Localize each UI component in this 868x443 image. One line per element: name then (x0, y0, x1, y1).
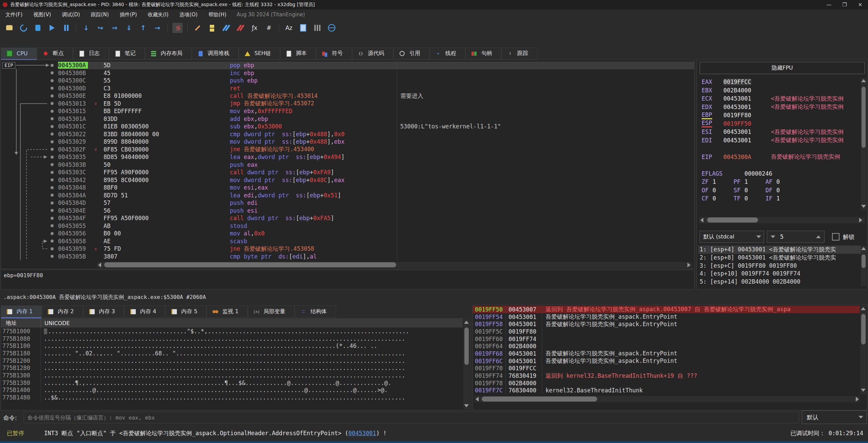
stack-vscroll-thumb[interactable] (861, 314, 866, 344)
disasm-row[interactable]: 0045300DC3ret (1, 85, 694, 92)
script-doc-icon[interactable] (298, 23, 308, 33)
memory-row[interactable]: 775B1000................................… (1, 327, 463, 335)
menu-item-选项(O)[interactable]: 选项(O) (174, 10, 203, 19)
disasm-row[interactable]: 0045300EE8 01000000call 吾爱破解论坛学习.453014需… (1, 92, 694, 100)
register-row[interactable]: EBP0019FF80 (697, 111, 860, 120)
memory-row[interactable]: 775B1280................................… (1, 364, 463, 372)
call-argument-row[interactable]: 4: [esp+10] 0019FF74 0019FF74 (698, 270, 861, 278)
stack-row[interactable]: 0019FF64002B4000 (473, 342, 860, 350)
stack-pane[interactable]: 0019FF5000453007返回到 吾爱破解论坛学习脱壳实例_aspack.… (473, 305, 867, 410)
tab-线程[interactable]: »线程 (429, 48, 465, 59)
default-dropdown[interactable]: 默认 (802, 410, 867, 424)
memory-row[interactable]: 775B1300................................… (1, 372, 463, 379)
menu-item-插件(P)[interactable]: 插件(P) (114, 10, 143, 19)
breakpoint-dot[interactable] (51, 255, 58, 258)
breakpoint-dot[interactable] (51, 140, 58, 143)
disassembly-pane[interactable]: EIP 0045300A5Dpop ebp0045300B45inc ebp00… (1, 60, 695, 269)
breakpoint-dot[interactable] (51, 71, 58, 74)
memory-row[interactable]: 775B1100................................… (1, 342, 463, 350)
minimize-button[interactable]: — (821, 0, 837, 10)
register-row[interactable] (697, 161, 860, 170)
regs-hscroll-thumb[interactable] (707, 217, 758, 223)
menu-item-文件(F)[interactable]: 文件(F) (0, 10, 28, 19)
spinner-up-icon[interactable] (816, 235, 821, 238)
disasm-hscroll-thumb[interactable] (104, 262, 396, 267)
disasm-row[interactable]: 004530428985 8C040000mov dword ptr ss:[e… (1, 176, 694, 184)
disasm-row[interactable]: 0045300C55push ebp (1, 77, 694, 85)
step-into-icon[interactable]: ↓ (81, 23, 91, 33)
spinner-down-icon[interactable] (771, 235, 775, 238)
disasm-row[interactable]: 00453058AEscasb (1, 237, 694, 245)
tab-内存布局[interactable]: 内存布局 (145, 48, 192, 59)
argument-count-spinner[interactable]: 5 (767, 231, 825, 243)
disasm-row[interactable]: 00453056B0 00mov al,0x0 (1, 230, 694, 237)
breakpoint-dot[interactable] (51, 171, 58, 174)
tab-脚本[interactable]: 脚本 (280, 48, 316, 59)
step-over-icon[interactable]: ↪ (95, 23, 106, 33)
stack-row[interactable]: 0019FF5C0019FF80 (473, 328, 860, 335)
breakpoint-dot[interactable] (51, 194, 58, 197)
memory-row[interactable]: 775B1180........ "..02..,... "..........… (1, 350, 463, 357)
tab-调用堆栈[interactable]: 调用堆栈 (192, 48, 239, 59)
disasm-row[interactable]: 00453015BB EDFFFFFFmov ebx,0xFFFFFFED (1, 107, 694, 115)
memory-vscroll-thumb[interactable] (464, 327, 469, 365)
memory-regions-icon[interactable] (221, 23, 231, 33)
breakpoint-dot[interactable] (51, 94, 58, 98)
stack-hscroll-thumb[interactable] (482, 396, 597, 402)
tab-源代码[interactable]: {}源代码 (352, 48, 393, 59)
maximize-button[interactable]: ❐ (837, 0, 852, 10)
disasm-row[interactable]: 0045300A5Dpop ebp (1, 61, 694, 69)
execute-till-return-icon[interactable]: ↑ (138, 23, 148, 33)
tab-局部变量[interactable]: |x|局部变量 (248, 305, 295, 318)
disasm-row[interactable]: 0045305B3807cmp byte ptr ds:[edi],al (1, 253, 694, 261)
hide-fpu-button[interactable]: 隐藏FPU (700, 62, 865, 74)
args-vscroll-thumb[interactable] (862, 254, 866, 268)
scroll-right-arrow[interactable] (859, 218, 862, 223)
tab-内存 3[interactable]: 内存 3 (83, 305, 124, 318)
memory-row[interactable]: 775B1400..............@.................… (1, 387, 463, 394)
menu-item-收藏夹(I)[interactable]: 收藏夹(I) (142, 10, 174, 19)
restart-icon[interactable] (18, 23, 29, 33)
internet-globe-icon[interactable] (327, 23, 337, 33)
breakpoint-dot[interactable] (51, 186, 58, 189)
tab-笔记[interactable]: 笔记 (109, 48, 145, 59)
call-argument-row[interactable]: 1: [esp+4] 00453001 <吾爱破解论坛学习脱壳实 (698, 246, 861, 254)
regs-vscroll-thumb[interactable] (862, 87, 866, 148)
disasm-row[interactable]: 004530488BF0mov esi,eax (1, 184, 694, 192)
disasm-row[interactable]: 0045304A8D7D 51lea edi,dword ptr ss:[ebp… (1, 192, 694, 199)
animate-into-icon[interactable]: → (152, 23, 163, 33)
disasm-row[interactable]: 0045304E56push esi (1, 207, 694, 215)
scroll-down-arrow[interactable] (861, 389, 866, 392)
disasm-row[interactable]: 0045303CFF95 A90F0000call dword ptr ss:[… (1, 169, 694, 176)
tab-内存 2[interactable]: 内存 2 (42, 305, 83, 318)
scroll-right-arrow[interactable] (687, 263, 690, 267)
disasm-row[interactable]: 00453013∨EB 5Djmp 吾爱破解论坛学习.453072 (1, 100, 694, 108)
assemble-pencil-icon[interactable] (192, 23, 203, 33)
tab-结构体[interactable]: ⁚⁚结构体 (295, 305, 336, 318)
address-link[interactable]: 00453001 (348, 430, 376, 437)
disasm-row[interactable]: 0045300B45inc ebp (1, 69, 694, 77)
registers-pane[interactable]: 隐藏FPU EAX0019FFCCEBX002B4000ECX00453001<… (697, 60, 867, 289)
register-row[interactable]: ECX00453001<吾爱破解论坛学习脱壳实例 (697, 94, 860, 103)
scroll-left-arrow[interactable] (476, 397, 479, 402)
stack-row[interactable]: 0019FF600019FF74 (473, 335, 860, 343)
scroll-left-arrow[interactable] (98, 263, 101, 267)
menu-item-调试(D)[interactable]: 调试(D) (56, 10, 85, 19)
breakpoint-dot[interactable] (51, 132, 58, 136)
tab-SEH链[interactable]: SEH链 (239, 48, 280, 59)
tab-日志[interactable]: 日志 (73, 48, 109, 59)
breakpoint-dot[interactable] (51, 163, 58, 166)
flags-row[interactable]: CF0TF0IF1 (697, 194, 860, 203)
tab-CPU[interactable]: CPU (1, 48, 37, 59)
register-row[interactable]: EAX0019FFCC (697, 78, 860, 86)
breakpoint-dot[interactable] (51, 217, 58, 220)
tab-符号[interactable]: 符号 (316, 48, 352, 59)
tab-引用[interactable]: 引用 (393, 48, 429, 59)
scroll-up-arrow[interactable] (464, 321, 469, 324)
disasm-row[interactable]: 0045302283BD 88040000 00cmp dword ptr ss… (1, 130, 694, 138)
call-argument-row[interactable]: 5: [esp+14] 002B4000 002B4000 (698, 278, 861, 286)
breakpoint-dot[interactable] (51, 232, 58, 235)
disasm-row[interactable]: 0045303B50push eax (1, 161, 694, 169)
stop-icon[interactable] (33, 23, 43, 33)
disasm-row[interactable]: 00453055ABstosd (1, 222, 694, 230)
